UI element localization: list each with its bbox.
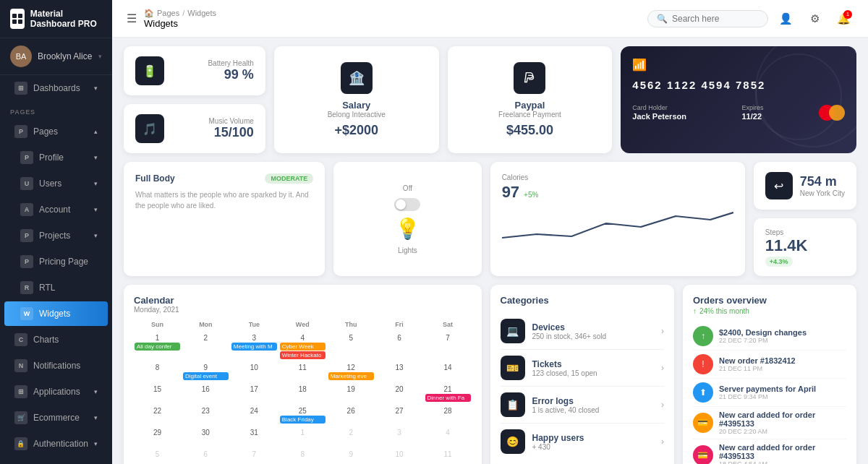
calendar-cell[interactable]: 19 <box>328 384 375 404</box>
logo-icon <box>10 9 25 29</box>
sidebar-item-account[interactable]: A Account ▾ <box>4 197 108 222</box>
calendar-cell[interactable]: 1All day confer <box>134 332 181 361</box>
order-dot-green: ↑ <box>693 326 713 346</box>
calendar-cell[interactable]: 20 <box>376 384 423 404</box>
sidebar-item-projects[interactable]: P Projects ▾ <box>4 223 108 248</box>
sidebar-item-authentication[interactable]: 🔒 Authentication ▾ <box>4 431 108 456</box>
steps-label: Steps <box>765 228 845 236</box>
day-tue: Tue <box>231 319 278 330</box>
calendar-cell[interactable]: 22 <box>134 405 181 426</box>
card-holder: Card Holder Jack Peterson <box>632 101 686 121</box>
order-item-4[interactable]: 💳 New card added for order #4395133 20 D… <box>693 407 846 439</box>
calendar-cell[interactable]: 3 <box>376 427 423 447</box>
ecommerce-icon: 🛒 <box>14 411 27 424</box>
sidebar-item-widgets[interactable]: W Widgets <box>4 301 108 326</box>
profile-icon-button[interactable]: 👤 <box>775 9 796 29</box>
fullbody-text: What matters is the people who are spark… <box>135 189 313 211</box>
calendar-cell[interactable]: 25Black Friday <box>279 405 326 426</box>
category-item-devices[interactable]: 💻 Devices 250 in stock, 346+ sold › <box>501 313 664 350</box>
category-item-errorlogs[interactable]: 📋 Error logs 1 is active, 40 closed › <box>501 387 664 424</box>
calendar-cell[interactable]: 3Meeting with M <box>231 332 278 361</box>
search-box: 🔍 <box>647 10 768 27</box>
order-dot-red: ! <box>693 354 713 374</box>
calendar-title: Calendar <box>134 295 472 306</box>
calendar-cell[interactable]: 10 <box>231 362 278 382</box>
calendar-cell[interactable]: 16 <box>182 384 229 404</box>
sidebar-user[interactable]: BA Brooklyn Alice ▾ <box>0 38 112 75</box>
location-icon: ↩ <box>765 172 793 199</box>
order-date-4: 20 DEC 2:20 AM <box>719 428 846 435</box>
calendar-cell[interactable]: 15 <box>134 384 181 404</box>
row-1: 🔋 Battery Health 99 % 🎵 Music Volume 15/… <box>124 46 856 153</box>
chevron-down-icon: ▾ <box>94 85 98 92</box>
order-item-1[interactable]: ↑ $2400, Design changes 22 DEC 7:20 PM <box>693 322 846 351</box>
order-item-2[interactable]: ! New order #1832412 21 DEC 11 PM <box>693 351 846 379</box>
sidebar-item-users[interactable]: U Users ▾ <box>4 171 108 196</box>
calendar-cell[interactable]: 11 <box>279 362 326 382</box>
calendar-cell[interactable]: 21Dinner with Fa <box>425 384 472 404</box>
sidebar-item-notifications[interactable]: N Notifications <box>4 353 108 378</box>
calendar-cell[interactable]: 31 <box>231 427 278 447</box>
lights-label: Lights <box>398 246 417 254</box>
logo-text: Material Dashboard PRO <box>30 9 102 29</box>
lights-toggle[interactable] <box>394 198 420 211</box>
calendar-cell[interactable]: 1 <box>279 427 326 447</box>
calendar-cell[interactable]: 8 <box>279 449 326 464</box>
calendar-cell[interactable]: 12Marketing eve <box>328 362 375 382</box>
sidebar-item-ecommerce[interactable]: 🛒 Ecommerce ▾ <box>4 405 108 430</box>
calendar-cell[interactable]: 11 <box>425 449 472 464</box>
order-item-3[interactable]: ⬆ Server payments for April 21 DEC 9:34 … <box>693 379 846 407</box>
calendar-cell[interactable]: 7 <box>231 449 278 464</box>
hamburger-menu-icon[interactable]: ☰ <box>127 12 137 25</box>
calendar-cell[interactable]: 23 <box>182 405 229 426</box>
calendar-cell[interactable]: 4 <box>425 427 472 447</box>
category-item-tickets[interactable]: 🎫 Tickets 123 closed, 15 open › <box>501 350 664 387</box>
calendar-cell[interactable]: 14 <box>425 362 472 382</box>
calendar-cell[interactable]: 6 <box>182 449 229 464</box>
sidebar-item-rtl[interactable]: R RTL <box>4 275 108 300</box>
sidebar-item-dashboards[interactable]: ⊞ Dashboards ▾ <box>4 76 108 100</box>
calendar-cell[interactable]: 24 <box>231 405 278 426</box>
calendar-cell[interactable]: 2 <box>182 332 229 361</box>
chevron-right-icon: › <box>661 363 664 373</box>
calendar-cell[interactable]: 7 <box>425 332 472 361</box>
calendar-cell[interactable]: 4Cyber WeekWinter Hackato <box>279 332 326 361</box>
calendar-cell[interactable]: 26 <box>328 405 375 426</box>
calendar-cell[interactable]: 18 <box>279 384 326 404</box>
notifications-icon-button[interactable]: 🔔 1 <box>833 9 854 29</box>
sidebar-item-profile[interactable]: P Profile ▾ <box>4 145 108 170</box>
calendar-cell[interactable]: 30 <box>182 427 229 447</box>
sidebar-item-applications[interactable]: ⊞ Applications ▾ <box>4 379 108 404</box>
calendar-cell[interactable]: 6 <box>376 332 423 361</box>
category-item-happyusers[interactable]: 😊 Happy users + 430 › <box>501 424 664 460</box>
order-info-3: Server payments for April 21 DEC 9:34 PM <box>719 384 846 400</box>
svg-rect-1 <box>18 14 22 18</box>
card-bg-circle2 <box>755 53 842 140</box>
order-date-5: 18 DEC 4:54 AM <box>719 460 846 464</box>
calendar-cell[interactable]: 8 <box>134 362 181 382</box>
calendar-cell[interactable]: 9Digital event <box>182 362 229 382</box>
chevron-down-icon: ▾ <box>94 206 98 213</box>
music-volume-value: 15/100 <box>173 125 254 140</box>
search-input[interactable] <box>672 14 759 24</box>
order-item-5[interactable]: 💳 New card added for order #4395133 18 D… <box>693 439 846 464</box>
sidebar-item-pricing[interactable]: P Pricing Page <box>4 249 108 274</box>
calendar-subtitle: Monday, 2021 <box>134 306 472 314</box>
calendar-cell[interactable]: 17 <box>231 384 278 404</box>
sidebar-item-pages[interactable]: P Pages ▴ <box>4 119 108 144</box>
settings-icon-button[interactable]: ⚙ <box>804 9 825 29</box>
breadcrumb-pages: Pages <box>157 9 179 17</box>
calendar-cell[interactable]: 28 <box>425 405 472 426</box>
calendar-cell[interactable]: 5 <box>328 332 375 361</box>
calendar-cell[interactable]: 29 <box>134 427 181 447</box>
errorlogs-name: Error logs <box>532 396 654 406</box>
location-info: 754 m New York City <box>800 174 845 197</box>
sidebar-item-charts[interactable]: C Charts <box>4 327 108 352</box>
calendar-cell[interactable]: 5 <box>134 449 181 464</box>
calendar-cell[interactable]: 9 <box>328 449 375 464</box>
calendar-cell[interactable]: 2 <box>328 427 375 447</box>
user-chevron-icon: ▾ <box>98 53 102 60</box>
calendar-cell[interactable]: 27 <box>376 405 423 426</box>
calendar-cell[interactable]: 10 <box>376 449 423 464</box>
calendar-cell[interactable]: 13 <box>376 362 423 382</box>
